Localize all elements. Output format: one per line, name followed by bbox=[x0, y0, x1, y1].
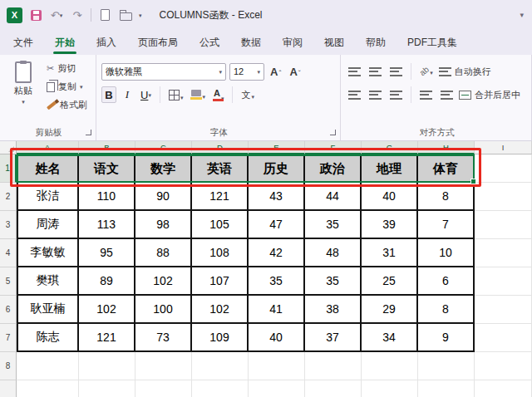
ribbon-display-options-icon[interactable]: ▾ bbox=[520, 11, 524, 19]
menu-tab-开始[interactable]: 开始 bbox=[52, 30, 78, 55]
cell-B2[interactable]: 110 bbox=[79, 183, 135, 211]
cell-B8[interactable] bbox=[79, 352, 135, 380]
font-size-select[interactable]: 12 ▾ bbox=[229, 63, 264, 81]
open-file-button[interactable] bbox=[118, 7, 133, 22]
cell-E9[interactable] bbox=[249, 380, 305, 397]
row-header-2[interactable]: 2 bbox=[0, 183, 17, 211]
cell-F5[interactable]: 35 bbox=[305, 267, 362, 296]
cell-D1[interactable]: 英语 bbox=[192, 154, 249, 183]
cell-F3[interactable]: 35 bbox=[305, 211, 362, 239]
cell-B1[interactable]: 语文 bbox=[79, 154, 135, 183]
menu-tab-插入[interactable]: 插入 bbox=[93, 30, 120, 55]
cell-A2[interactable]: 张洁 bbox=[17, 183, 79, 211]
menu-tab-PDF工具集[interactable]: PDF工具集 bbox=[404, 30, 461, 55]
cell-I5[interactable] bbox=[475, 267, 532, 296]
cell-D3[interactable]: 105 bbox=[192, 211, 249, 239]
cell-E2[interactable]: 43 bbox=[249, 183, 305, 211]
row-header-7[interactable]: 7 bbox=[0, 324, 17, 352]
bold-button[interactable]: B bbox=[101, 86, 116, 103]
cell-C6[interactable]: 100 bbox=[135, 296, 192, 324]
cell-G9[interactable] bbox=[362, 380, 418, 397]
cell-F1[interactable]: 政治 bbox=[305, 154, 362, 183]
cell-I1[interactable] bbox=[475, 154, 532, 183]
cell-F2[interactable]: 44 bbox=[305, 183, 362, 211]
cell-H8[interactable] bbox=[418, 352, 475, 380]
cell-G2[interactable]: 40 bbox=[362, 183, 418, 211]
cell-C3[interactable]: 98 bbox=[135, 211, 192, 239]
cell-C7[interactable]: 73 bbox=[135, 324, 192, 352]
cell-D9[interactable] bbox=[192, 380, 249, 397]
menu-tab-帮助[interactable]: 帮助 bbox=[362, 30, 389, 55]
cell-A3[interactable]: 周涛 bbox=[17, 211, 79, 239]
align-left-button[interactable] bbox=[346, 89, 363, 101]
increase-font-size-button[interactable]: Aˆ bbox=[268, 65, 283, 79]
cell-F8[interactable] bbox=[305, 352, 362, 380]
menu-tab-文件[interactable]: 文件 bbox=[10, 30, 37, 55]
format-painter-button[interactable]: 格式刷 bbox=[47, 99, 87, 111]
cell-E6[interactable]: 41 bbox=[249, 296, 305, 324]
menu-tab-页面布局[interactable]: 页面布局 bbox=[135, 30, 181, 55]
cell-H2[interactable]: 8 bbox=[418, 183, 475, 211]
cell-I2[interactable] bbox=[475, 183, 532, 211]
cell-B6[interactable]: 102 bbox=[79, 296, 135, 324]
cell-H4[interactable]: 10 bbox=[418, 239, 475, 267]
cell-E7[interactable]: 40 bbox=[249, 324, 305, 352]
align-right-button[interactable] bbox=[387, 89, 405, 101]
paste-button[interactable]: 粘贴 ▾ bbox=[5, 60, 42, 125]
cell-H9[interactable] bbox=[418, 380, 475, 397]
cell-C5[interactable]: 102 bbox=[135, 267, 192, 296]
cell-D7[interactable]: 109 bbox=[192, 324, 249, 352]
cell-H7[interactable]: 9 bbox=[418, 324, 475, 352]
new-document-button[interactable] bbox=[97, 7, 112, 22]
column-header-D[interactable]: D bbox=[192, 141, 249, 154]
cell-E5[interactable]: 35 bbox=[249, 267, 305, 296]
cell-E1[interactable]: 历史 bbox=[249, 154, 305, 183]
cell-C1[interactable]: 数学 bbox=[135, 154, 192, 183]
cell-B9[interactable] bbox=[79, 380, 135, 397]
cell-A9[interactable] bbox=[17, 380, 79, 397]
cell-F6[interactable]: 38 bbox=[305, 296, 362, 324]
cell-A6[interactable]: 耿亚楠 bbox=[17, 296, 79, 324]
italic-button[interactable]: I bbox=[120, 86, 135, 103]
save-button[interactable] bbox=[28, 7, 43, 22]
fill-color-button[interactable]: ▾ bbox=[189, 88, 208, 101]
column-header-B[interactable]: B bbox=[79, 141, 135, 154]
cell-B4[interactable]: 95 bbox=[79, 239, 135, 267]
font-name-select[interactable]: 微软雅黑 ▾ bbox=[101, 63, 226, 81]
menu-tab-审阅[interactable]: 审阅 bbox=[279, 30, 306, 55]
increase-indent-button[interactable] bbox=[438, 89, 456, 101]
cell-G5[interactable]: 25 bbox=[362, 267, 418, 296]
align-middle-button[interactable] bbox=[367, 66, 384, 78]
cell-D5[interactable]: 107 bbox=[192, 267, 249, 296]
cut-button[interactable]: ✂ 剪切 bbox=[47, 62, 87, 75]
cell-I3[interactable] bbox=[475, 211, 532, 239]
cell-C8[interactable] bbox=[135, 352, 192, 380]
row-header-5[interactable]: 5 bbox=[0, 267, 17, 296]
cell-A8[interactable] bbox=[17, 352, 79, 380]
cell-I4[interactable] bbox=[475, 239, 532, 267]
column-header-A[interactable]: A bbox=[17, 141, 79, 154]
underline-button[interactable]: U ▾ bbox=[138, 86, 154, 103]
row-header-3[interactable]: 3 bbox=[0, 211, 17, 239]
row-header-9[interactable] bbox=[0, 380, 17, 397]
column-header-H[interactable]: H bbox=[418, 141, 475, 154]
cell-E3[interactable]: 47 bbox=[249, 211, 305, 239]
column-header-I[interactable]: I bbox=[475, 141, 532, 154]
menu-tab-数据[interactable]: 数据 bbox=[238, 30, 264, 55]
font-dialog-launcher-icon[interactable] bbox=[330, 130, 336, 135]
fill-handle[interactable] bbox=[470, 179, 476, 184]
menu-tab-视图[interactable]: 视图 bbox=[321, 30, 347, 55]
wrap-text-button[interactable]: 自动换行 bbox=[439, 66, 491, 78]
cell-B7[interactable]: 121 bbox=[79, 324, 135, 352]
column-header-F[interactable]: F bbox=[305, 141, 362, 154]
cell-I6[interactable] bbox=[475, 296, 532, 324]
cell-H1[interactable]: 体育 bbox=[418, 154, 475, 183]
font-color-button[interactable]: A▾ bbox=[211, 87, 226, 103]
cell-H5[interactable]: 6 bbox=[418, 267, 475, 296]
cell-F9[interactable] bbox=[305, 380, 362, 397]
cell-G4[interactable]: 31 bbox=[362, 239, 418, 267]
cell-F4[interactable]: 48 bbox=[305, 239, 362, 267]
cell-C9[interactable] bbox=[135, 380, 192, 397]
redo-button[interactable]: ↷ bbox=[70, 7, 85, 22]
merge-center-button[interactable]: 合并后居中 bbox=[459, 89, 520, 101]
